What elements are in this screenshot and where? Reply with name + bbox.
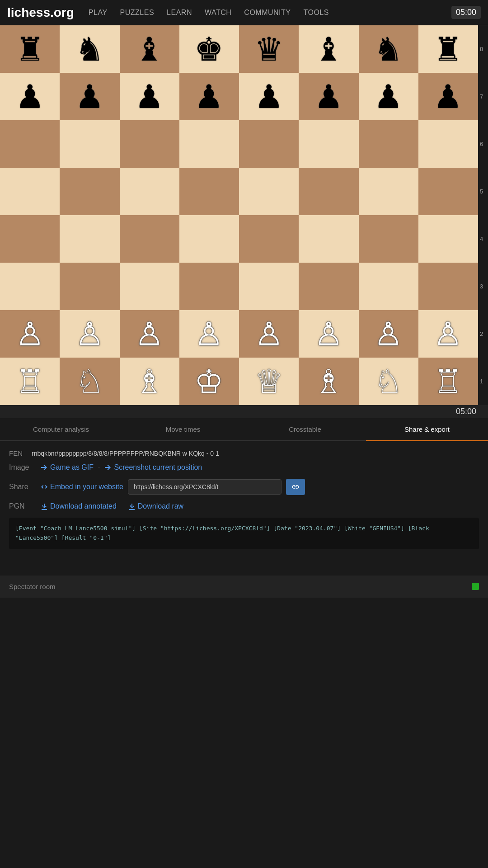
black-♟-piece[interactable]: ♟ [314,80,343,113]
navbar: lichess.org PLAY PUZZLES LEARN WATCH COM… [0,0,488,25]
white-♔-piece[interactable]: ♔ [194,365,224,398]
rank-label-1: 1 [480,378,486,385]
square-2-7[interactable]: ♙ [359,310,418,358]
white-♙-piece[interactable]: ♙ [374,318,403,350]
square-5-8 [418,168,478,215]
square-8-2[interactable]: ♞ [60,25,119,73]
white-♙-piece[interactable]: ♙ [75,318,104,350]
embed-link[interactable]: Embed in your website [41,483,123,491]
square-7-8[interactable]: ♟ [418,73,478,120]
copy-url-button[interactable] [286,479,305,495]
nav-learn[interactable]: LEARN [167,9,192,17]
black-♟-piece[interactable]: ♟ [135,80,164,113]
embed-icon [41,483,48,491]
nav-tools[interactable]: TOOLS [303,9,328,17]
black-♟-piece[interactable]: ♟ [433,80,463,113]
download-icon-1 [41,503,48,510]
square-2-3[interactable]: ♙ [120,310,179,358]
square-5-3 [120,168,179,215]
black-♛-piece[interactable]: ♛ [254,33,284,66]
image-row: Image Game as GIF · Screenshot current p… [9,463,479,472]
nav-play[interactable]: PLAY [89,9,108,17]
download-annotated-link[interactable]: Download annotated [41,502,117,510]
screenshot-link[interactable]: Screenshot current position [104,463,202,472]
game-as-gif-link[interactable]: Game as GIF [41,463,94,472]
square-7-4[interactable]: ♟ [179,73,239,120]
white-♙-piece[interactable]: ♙ [314,318,343,350]
square-8-6[interactable]: ♝ [299,25,358,73]
square-7-3[interactable]: ♟ [120,73,179,120]
square-1-4[interactable]: ♔ [179,358,239,405]
square-3-5 [239,263,299,310]
square-5-1 [0,168,60,215]
square-3-6 [299,263,358,310]
fen-row: FEN rnbqkbnr/pppppppp/8/8/8/8/PPPPPPPP/R… [9,449,479,457]
black-♟-piece[interactable]: ♟ [194,80,224,113]
black-♞-piece[interactable]: ♞ [75,33,104,66]
white-♘-piece[interactable]: ♘ [75,365,104,398]
white-♕-piece[interactable]: ♕ [254,365,284,398]
share-url-input[interactable] [128,479,282,495]
tab-computer-analysis[interactable]: Computer analysis [0,418,122,441]
white-♙-piece[interactable]: ♙ [194,318,224,350]
black-♚-piece[interactable]: ♚ [194,33,224,66]
black-♝-piece[interactable]: ♝ [135,33,164,66]
black-♜-piece[interactable]: ♜ [15,33,45,66]
square-8-5[interactable]: ♛ [239,25,299,73]
square-2-5[interactable]: ♙ [239,310,299,358]
white-♙-piece[interactable]: ♙ [135,318,164,350]
square-8-1[interactable]: ♜ [0,25,60,73]
nav-community[interactable]: COMMUNITY [244,9,291,17]
black-♟-piece[interactable]: ♟ [15,80,45,113]
black-♝-piece[interactable]: ♝ [314,33,343,66]
black-♞-piece[interactable]: ♞ [374,33,403,66]
white-♙-piece[interactable]: ♙ [433,318,463,350]
square-2-6[interactable]: ♙ [299,310,358,358]
square-7-2[interactable]: ♟ [60,73,119,120]
white-♘-piece[interactable]: ♘ [374,365,403,398]
square-7-1[interactable]: ♟ [0,73,60,120]
white-♙-piece[interactable]: ♙ [254,318,284,350]
tab-share-export[interactable]: Share & export [366,418,488,441]
square-1-2[interactable]: ♘ [60,358,119,405]
square-7-5[interactable]: ♟ [239,73,299,120]
square-8-7[interactable]: ♞ [359,25,418,73]
square-2-2[interactable]: ♙ [60,310,119,358]
square-6-7 [359,120,418,168]
black-♜-piece[interactable]: ♜ [433,33,463,66]
square-2-4[interactable]: ♙ [179,310,239,358]
white-♗-piece[interactable]: ♗ [314,365,343,398]
square-7-7[interactable]: ♟ [359,73,418,120]
white-♗-piece[interactable]: ♗ [135,365,164,398]
square-2-8[interactable]: ♙ [418,310,478,358]
square-1-7[interactable]: ♘ [359,358,418,405]
black-♟-piece[interactable]: ♟ [374,80,403,113]
tab-crosstable[interactable]: Crosstable [244,418,366,441]
white-♙-piece[interactable]: ♙ [15,318,45,350]
site-logo[interactable]: lichess.org [7,5,74,20]
square-1-6[interactable]: ♗ [299,358,358,405]
black-♟-piece[interactable]: ♟ [75,80,104,113]
square-1-8[interactable]: ♖ [418,358,478,405]
bottom-timer: 05:00 [0,405,488,418]
square-1-5[interactable]: ♕ [239,358,299,405]
square-8-3[interactable]: ♝ [120,25,179,73]
square-3-1 [0,263,60,310]
black-♟-piece[interactable]: ♟ [254,80,284,113]
spectator-label: Spectator room [9,583,56,590]
square-1-3[interactable]: ♗ [120,358,179,405]
square-1-1[interactable]: ♖ [0,358,60,405]
square-2-1[interactable]: ♙ [0,310,60,358]
square-7-6[interactable]: ♟ [299,73,358,120]
square-6-6 [299,120,358,168]
tab-move-times[interactable]: Move times [122,418,244,441]
white-♖-piece[interactable]: ♖ [15,365,45,398]
square-8-4[interactable]: ♚ [179,25,239,73]
white-♖-piece[interactable]: ♖ [433,365,463,398]
nav-watch[interactable]: WATCH [205,9,231,17]
download-raw-link[interactable]: Download raw [128,502,183,510]
square-8-8[interactable]: ♜ [418,25,478,73]
chess-board[interactable]: ♜♞♝♚♛♝♞♜♟♟♟♟♟♟♟♟♙♙♙♙♙♙♙♙♖♘♗♔♕♗♘♖ [0,25,478,405]
nav-puzzles[interactable]: PUZZLES [120,9,155,17]
tab-bar: Computer analysis Move times Crosstable … [0,418,488,441]
